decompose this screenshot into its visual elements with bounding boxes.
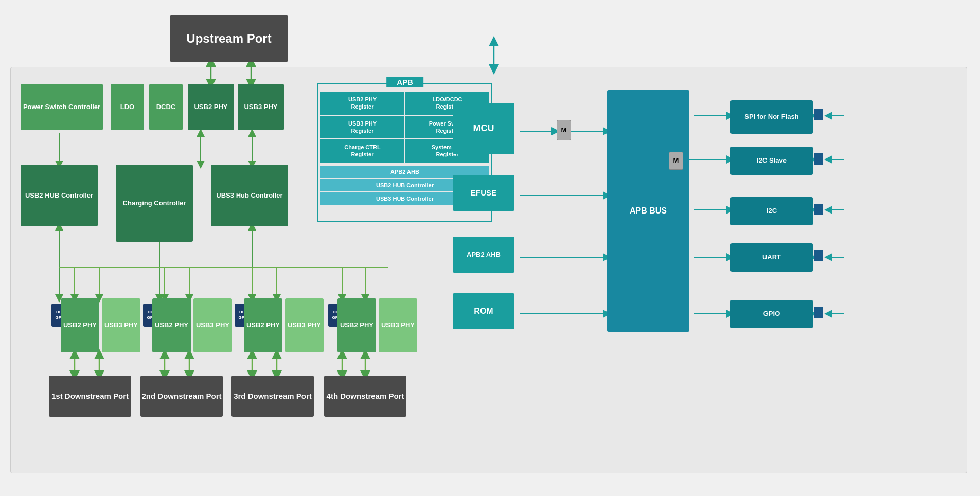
uart-connector xyxy=(814,250,823,261)
usb3-phy-port1: USB3 PHY xyxy=(102,298,140,352)
apb-bus: APB BUS xyxy=(607,90,689,332)
usb3-phy-port2: USB3 PHY xyxy=(193,298,232,352)
downstream-port-3: 3rd Downstream Port xyxy=(231,376,314,417)
dcdc-box: DCDC xyxy=(149,84,183,130)
usb2-phy-port1: USB2 PHY xyxy=(61,298,99,352)
apb-cell-0: USB2 PHYRegister xyxy=(320,92,404,115)
ubs3-hub-controller: UBS3 Hub Controller xyxy=(211,165,288,226)
apb2ahb-right: APB2 AHB xyxy=(453,237,514,273)
i2c-slave: I2C Slave xyxy=(730,147,813,175)
gpio: GPIO xyxy=(730,300,813,328)
m-connector-2: M xyxy=(669,152,683,170)
i2c-slave-connector xyxy=(814,153,823,165)
usb2-phy-top: USB2 PHY xyxy=(188,84,234,130)
power-switch-controller: Power Switch Controller xyxy=(21,84,103,130)
rom-box: ROM xyxy=(453,293,514,329)
i2c: I2C xyxy=(730,197,813,225)
gpio-connector xyxy=(814,307,823,318)
m-connector-1: M xyxy=(557,120,571,140)
usb3-phy-port3: USB3 PHY xyxy=(285,298,324,352)
apb-cell-2: USB3 PHYRegister xyxy=(320,116,404,139)
mcu-box: MCU xyxy=(453,103,514,154)
downstream-port-1: 1st Downstream Port xyxy=(49,376,131,417)
downstream-port-4: 4th Downstream Port xyxy=(324,376,406,417)
usb2-hub-controller: USB2 HUB Controller xyxy=(21,165,98,226)
downstream-port-2: 2nd Downstream Port xyxy=(140,376,223,417)
main-container: { "upstream_port": {"label": "Upstream P… xyxy=(0,0,980,496)
usb2-phy-port4: USB2 PHY xyxy=(337,298,376,352)
usb3-phy-top: USB3 PHY xyxy=(238,84,284,130)
uart: UART xyxy=(730,243,813,272)
apb-title: APB xyxy=(386,77,423,87)
usb2-phy-port3: USB2 PHY xyxy=(244,298,282,352)
i2c-connector xyxy=(814,204,823,215)
ldo-box: LDO xyxy=(111,84,144,130)
usb3-phy-port4: USB3 PHY xyxy=(379,298,417,352)
apb-cell-4: Charge CTRLRegister xyxy=(320,139,404,163)
upstream-port: Upstream Port xyxy=(170,15,288,62)
efuse-box: EFUSE xyxy=(453,175,514,211)
usb2-phy-port2: USB2 PHY xyxy=(152,298,191,352)
charging-controller: Charging Controller xyxy=(116,165,193,242)
spi-connector xyxy=(814,109,823,120)
spi-nor-flash: SPI for Nor Flash xyxy=(730,100,813,134)
